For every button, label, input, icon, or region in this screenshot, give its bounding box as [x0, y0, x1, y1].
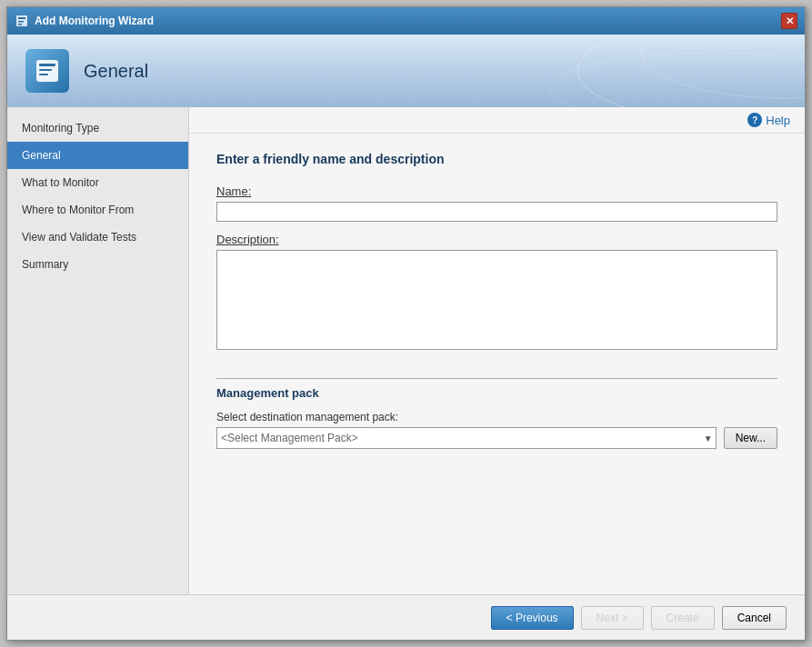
- name-label: Name:: [216, 184, 777, 198]
- main-panel: ? Help Enter a friendly name and descrip…: [189, 107, 805, 594]
- help-link[interactable]: ? Help: [747, 113, 790, 127]
- svg-rect-2: [18, 21, 24, 23]
- svg-rect-7: [39, 74, 48, 75]
- section-title: Enter a friendly name and description: [216, 152, 777, 170]
- sidebar-item-view-validate[interactable]: View and Validate Tests: [7, 224, 188, 251]
- title-bar: Add Monitoring Wizard ✕: [7, 7, 805, 35]
- sidebar: Monitoring Type General What to Monitor …: [7, 107, 189, 594]
- previous-button[interactable]: < Previous: [491, 606, 574, 630]
- select-wrapper: <Select Management Pack> ▼: [216, 427, 717, 449]
- next-button[interactable]: Next >: [581, 606, 644, 630]
- management-pack-title: Management pack: [216, 378, 777, 400]
- page-title: General: [84, 61, 148, 82]
- cancel-button[interactable]: Cancel: [722, 606, 787, 630]
- sidebar-item-general[interactable]: General: [7, 142, 188, 169]
- header-banner: General: [7, 35, 805, 107]
- svg-rect-6: [39, 69, 52, 71]
- header-svg-icon: [33, 56, 62, 85]
- svg-rect-1: [18, 17, 25, 19]
- description-label: Description:: [216, 233, 777, 246]
- content-area: Monitoring Type General What to Monitor …: [7, 107, 805, 594]
- window-icon: [15, 14, 29, 28]
- sidebar-item-what-to-monitor[interactable]: What to Monitor: [7, 169, 188, 196]
- select-destination-label: Select destination management pack:: [216, 411, 777, 423]
- help-bar: ? Help: [189, 107, 805, 134]
- help-icon: ?: [747, 113, 762, 127]
- sidebar-item-where-to-monitor[interactable]: Where to Monitor From: [7, 196, 188, 224]
- name-input[interactable]: [216, 202, 777, 222]
- sidebar-item-monitoring-type[interactable]: Monitoring Type: [7, 114, 188, 142]
- sidebar-item-summary[interactable]: Summary: [7, 251, 188, 278]
- header-icon: [25, 49, 69, 93]
- footer: < Previous Next > Create Cancel: [7, 594, 805, 640]
- select-row: <Select Management Pack> ▼ New...: [216, 427, 777, 449]
- management-pack-section: Management pack Select destination manag…: [216, 378, 777, 449]
- title-bar-left: Add Monitoring Wizard: [15, 14, 154, 28]
- wizard-window: Add Monitoring Wizard ✕ General Monitori…: [6, 6, 806, 641]
- create-button[interactable]: Create: [651, 606, 715, 630]
- svg-rect-5: [39, 64, 55, 66]
- help-label: Help: [766, 114, 790, 127]
- svg-rect-3: [18, 24, 22, 25]
- main-content: Enter a friendly name and description Na…: [189, 134, 805, 594]
- new-button[interactable]: New...: [724, 427, 777, 449]
- close-button[interactable]: ✕: [781, 13, 797, 29]
- management-pack-select[interactable]: <Select Management Pack>: [216, 427, 717, 449]
- window-title: Add Monitoring Wizard: [35, 15, 154, 27]
- description-input[interactable]: [216, 250, 777, 350]
